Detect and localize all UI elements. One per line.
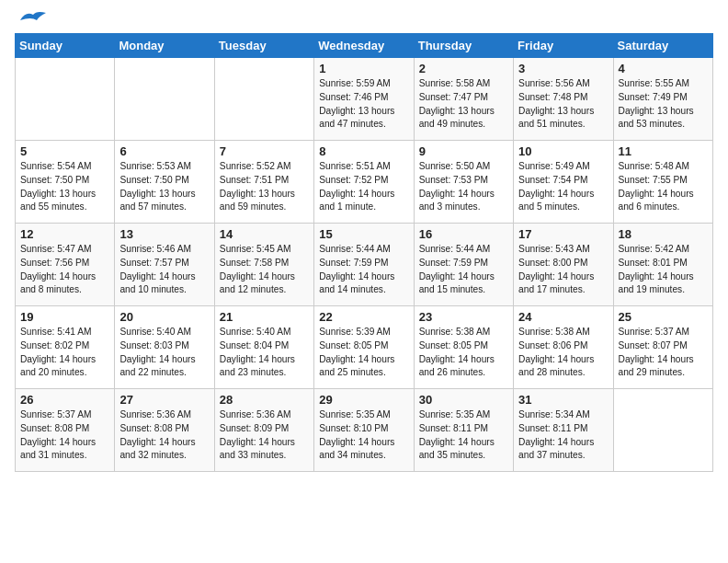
calendar-cell: 8Sunrise: 5:51 AM Sunset: 7:52 PM Daylig… — [314, 141, 414, 224]
day-info: Sunrise: 5:46 AM Sunset: 7:57 PM Dayligh… — [119, 243, 209, 297]
calendar-cell: 30Sunrise: 5:35 AM Sunset: 8:11 PM Dayli… — [414, 389, 513, 472]
day-number: 4 — [619, 62, 708, 75]
calendar-cell: 31Sunrise: 5:34 AM Sunset: 8:11 PM Dayli… — [514, 389, 613, 472]
calendar-cell: 19Sunrise: 5:41 AM Sunset: 8:02 PM Dayli… — [16, 306, 115, 389]
day-number: 8 — [319, 144, 408, 158]
calendar-cell: 29Sunrise: 5:35 AM Sunset: 8:10 PM Dayli… — [314, 389, 414, 472]
day-info: Sunrise: 5:40 AM Sunset: 8:03 PM Dayligh… — [119, 326, 209, 380]
day-number: 13 — [119, 227, 209, 241]
calendar-cell: 16Sunrise: 5:44 AM Sunset: 7:59 PM Dayli… — [414, 224, 513, 306]
day-info: Sunrise: 5:37 AM Sunset: 8:08 PM Dayligh… — [20, 408, 109, 463]
day-info: Sunrise: 5:43 AM Sunset: 8:00 PM Dayligh… — [518, 243, 608, 297]
calendar-cell: 7Sunrise: 5:52 AM Sunset: 7:51 PM Daylig… — [214, 141, 313, 224]
weekday-header-wednesday: Wednesday — [314, 34, 414, 58]
day-number: 1 — [319, 62, 408, 75]
weekday-header-row: SundayMondayTuesdayWednesdayThursdayFrid… — [16, 34, 713, 58]
day-number: 11 — [619, 144, 708, 158]
calendar-cell: 5Sunrise: 5:54 AM Sunset: 7:50 PM Daylig… — [16, 141, 115, 224]
day-number: 10 — [518, 144, 608, 158]
day-info: Sunrise: 5:38 AM Sunset: 8:06 PM Dayligh… — [518, 326, 608, 380]
weekday-header-sunday: Sunday — [16, 34, 115, 58]
weekday-header-saturday: Saturday — [613, 34, 712, 58]
day-info: Sunrise: 5:59 AM Sunset: 7:46 PM Dayligh… — [319, 77, 408, 132]
day-number: 14 — [220, 227, 309, 241]
day-number: 9 — [419, 144, 508, 158]
week-row-1: 1Sunrise: 5:59 AM Sunset: 7:46 PM Daylig… — [16, 58, 713, 141]
day-info: Sunrise: 5:58 AM Sunset: 7:47 PM Dayligh… — [419, 77, 508, 132]
calendar-cell: 2Sunrise: 5:58 AM Sunset: 7:47 PM Daylig… — [414, 58, 513, 141]
calendar-cell: 24Sunrise: 5:38 AM Sunset: 8:06 PM Dayli… — [514, 306, 613, 389]
calendar-cell: 22Sunrise: 5:39 AM Sunset: 8:05 PM Dayli… — [314, 306, 414, 389]
week-row-2: 5Sunrise: 5:54 AM Sunset: 7:50 PM Daylig… — [16, 141, 713, 224]
day-info: Sunrise: 5:35 AM Sunset: 8:10 PM Dayligh… — [319, 408, 408, 463]
day-number: 18 — [619, 227, 708, 241]
week-row-3: 12Sunrise: 5:47 AM Sunset: 7:56 PM Dayli… — [16, 224, 713, 306]
calendar-cell: 13Sunrise: 5:46 AM Sunset: 7:57 PM Dayli… — [115, 224, 214, 306]
calendar-cell: 15Sunrise: 5:44 AM Sunset: 7:59 PM Dayli… — [314, 224, 414, 306]
day-number: 25 — [619, 310, 708, 324]
logo-bird-icon — [18, 7, 48, 26]
day-number: 24 — [518, 310, 608, 324]
day-number: 17 — [518, 227, 608, 241]
day-number: 26 — [20, 393, 109, 407]
day-number: 6 — [119, 144, 209, 158]
week-row-4: 19Sunrise: 5:41 AM Sunset: 8:02 PM Dayli… — [16, 306, 713, 389]
day-info: Sunrise: 5:34 AM Sunset: 8:11 PM Dayligh… — [518, 408, 608, 463]
day-info: Sunrise: 5:49 AM Sunset: 7:54 PM Dayligh… — [518, 160, 608, 214]
day-info: Sunrise: 5:48 AM Sunset: 7:55 PM Dayligh… — [619, 160, 708, 214]
calendar-cell: 25Sunrise: 5:37 AM Sunset: 8:07 PM Dayli… — [613, 306, 712, 389]
weekday-header-monday: Monday — [115, 34, 214, 58]
calendar-cell: 27Sunrise: 5:36 AM Sunset: 8:08 PM Dayli… — [115, 389, 214, 472]
calendar-cell: 20Sunrise: 5:40 AM Sunset: 8:03 PM Dayli… — [115, 306, 214, 389]
day-number: 22 — [319, 310, 408, 324]
day-info: Sunrise: 5:56 AM Sunset: 7:48 PM Dayligh… — [518, 77, 608, 132]
calendar-cell: 11Sunrise: 5:48 AM Sunset: 7:55 PM Dayli… — [613, 141, 712, 224]
day-number: 2 — [419, 62, 508, 75]
calendar-cell: 6Sunrise: 5:53 AM Sunset: 7:50 PM Daylig… — [115, 141, 214, 224]
day-info: Sunrise: 5:37 AM Sunset: 8:07 PM Dayligh… — [619, 326, 708, 380]
calendar-cell: 12Sunrise: 5:47 AM Sunset: 7:56 PM Dayli… — [16, 224, 115, 306]
logo — [15, 15, 48, 26]
day-info: Sunrise: 5:52 AM Sunset: 7:51 PM Dayligh… — [220, 160, 309, 214]
day-info: Sunrise: 5:38 AM Sunset: 8:05 PM Dayligh… — [419, 326, 508, 380]
day-info: Sunrise: 5:54 AM Sunset: 7:50 PM Dayligh… — [20, 160, 109, 214]
day-info: Sunrise: 5:36 AM Sunset: 8:09 PM Dayligh… — [220, 408, 309, 463]
day-info: Sunrise: 5:45 AM Sunset: 7:58 PM Dayligh… — [220, 243, 309, 297]
calendar-cell: 4Sunrise: 5:55 AM Sunset: 7:49 PM Daylig… — [613, 58, 712, 141]
day-number: 29 — [319, 393, 408, 407]
calendar-cell: 28Sunrise: 5:36 AM Sunset: 8:09 PM Dayli… — [214, 389, 313, 472]
page-header — [15, 15, 713, 26]
day-number: 31 — [518, 393, 608, 407]
day-number: 20 — [119, 310, 209, 324]
day-info: Sunrise: 5:44 AM Sunset: 7:59 PM Dayligh… — [319, 243, 408, 297]
day-info: Sunrise: 5:47 AM Sunset: 7:56 PM Dayligh… — [20, 243, 109, 297]
day-number: 27 — [119, 393, 209, 407]
weekday-header-friday: Friday — [514, 34, 613, 58]
day-number: 28 — [220, 393, 309, 407]
calendar-cell — [214, 58, 313, 141]
day-number: 15 — [319, 227, 408, 241]
day-info: Sunrise: 5:42 AM Sunset: 8:01 PM Dayligh… — [619, 243, 708, 297]
day-number: 16 — [419, 227, 508, 241]
day-number: 30 — [419, 393, 508, 407]
calendar-cell: 9Sunrise: 5:50 AM Sunset: 7:53 PM Daylig… — [414, 141, 513, 224]
day-number: 5 — [20, 144, 109, 158]
day-info: Sunrise: 5:51 AM Sunset: 7:52 PM Dayligh… — [319, 160, 408, 214]
day-info: Sunrise: 5:41 AM Sunset: 8:02 PM Dayligh… — [20, 326, 109, 380]
calendar-cell: 18Sunrise: 5:42 AM Sunset: 8:01 PM Dayli… — [613, 224, 712, 306]
day-info: Sunrise: 5:36 AM Sunset: 8:08 PM Dayligh… — [119, 408, 209, 463]
calendar-table: SundayMondayTuesdayWednesdayThursdayFrid… — [15, 33, 713, 472]
day-number: 3 — [518, 62, 608, 75]
day-info: Sunrise: 5:50 AM Sunset: 7:53 PM Dayligh… — [419, 160, 508, 214]
day-number: 19 — [20, 310, 109, 324]
calendar-cell: 26Sunrise: 5:37 AM Sunset: 8:08 PM Dayli… — [16, 389, 115, 472]
day-number: 21 — [220, 310, 309, 324]
calendar-cell — [613, 389, 712, 472]
weekday-header-tuesday: Tuesday — [214, 34, 313, 58]
calendar-cell: 1Sunrise: 5:59 AM Sunset: 7:46 PM Daylig… — [314, 58, 414, 141]
calendar-cell: 17Sunrise: 5:43 AM Sunset: 8:00 PM Dayli… — [514, 224, 613, 306]
day-info: Sunrise: 5:40 AM Sunset: 8:04 PM Dayligh… — [220, 326, 309, 380]
calendar-cell — [115, 58, 214, 141]
day-info: Sunrise: 5:55 AM Sunset: 7:49 PM Dayligh… — [619, 77, 708, 132]
day-number: 12 — [20, 227, 109, 241]
